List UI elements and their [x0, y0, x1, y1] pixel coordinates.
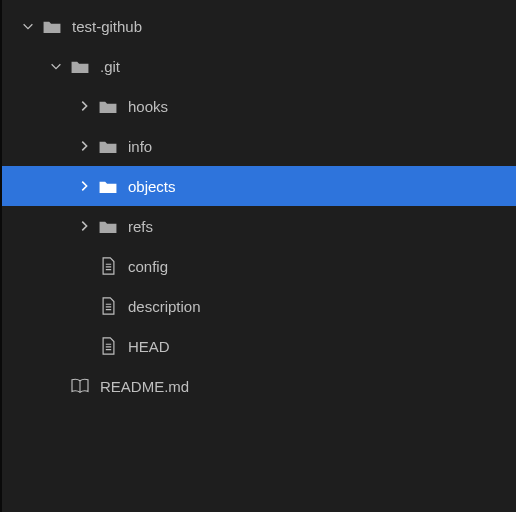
tree-item-label: test-github: [72, 18, 142, 35]
tree-item-label: config: [128, 258, 168, 275]
folder-icon: [98, 219, 118, 234]
tree-item-label: README.md: [100, 378, 189, 395]
tree-item-label: .git: [100, 58, 120, 75]
chevron-right-icon: [76, 219, 92, 233]
tree-item-hooks[interactable]: hooks: [2, 86, 516, 126]
tree-item-test-github[interactable]: test-github: [2, 6, 516, 46]
folder-icon: [98, 99, 118, 114]
tree-item-label: description: [128, 298, 201, 315]
tree-item-readme[interactable]: README.md: [2, 366, 516, 406]
file-icon: [98, 257, 118, 275]
readme-icon: [70, 378, 90, 394]
tree-item-info[interactable]: info: [2, 126, 516, 166]
tree-item-label: info: [128, 138, 152, 155]
tree-item-refs[interactable]: refs: [2, 206, 516, 246]
folder-icon: [98, 139, 118, 154]
folder-open-icon: [42, 19, 62, 34]
tree-item-label: objects: [128, 178, 176, 195]
tree-item-label: hooks: [128, 98, 168, 115]
tree-item-head[interactable]: HEAD: [2, 326, 516, 366]
tree-item-label: refs: [128, 218, 153, 235]
folder-icon: [98, 179, 118, 194]
chevron-right-icon: [76, 139, 92, 153]
file-icon: [98, 337, 118, 355]
tree-item-description[interactable]: description: [2, 286, 516, 326]
tree-item-objects[interactable]: objects: [2, 166, 516, 206]
chevron-down-icon: [48, 59, 64, 73]
chevron-right-icon: [76, 99, 92, 113]
folder-open-icon: [70, 59, 90, 74]
file-icon: [98, 297, 118, 315]
chevron-right-icon: [76, 179, 92, 193]
tree-item-label: HEAD: [128, 338, 170, 355]
tree-item-git[interactable]: .git: [2, 46, 516, 86]
tree-item-config[interactable]: config: [2, 246, 516, 286]
chevron-down-icon: [20, 19, 36, 33]
file-tree: test-github .git hooks info objects refs…: [2, 6, 516, 406]
